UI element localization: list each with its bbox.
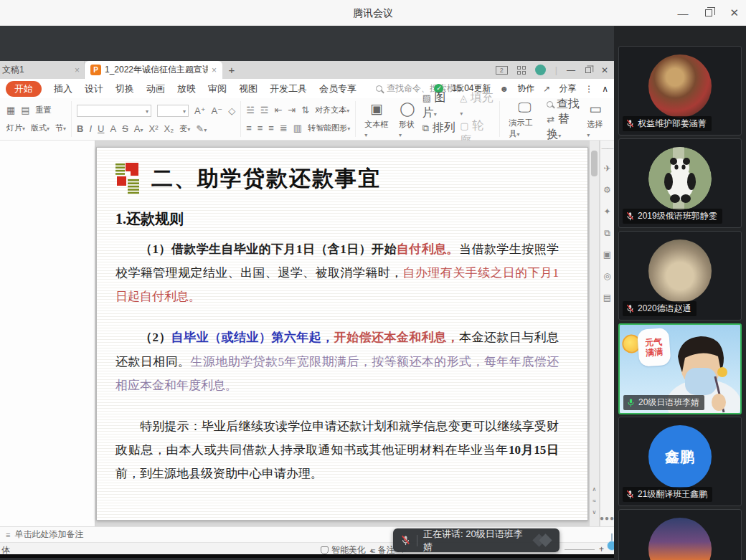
- menu-slideshow[interactable]: 放映: [177, 82, 196, 95]
- font-color-button[interactable]: A▾: [134, 124, 143, 133]
- reader-icon[interactable]: ▤: [603, 293, 611, 303]
- scrollbar-thumb[interactable]: [591, 151, 598, 176]
- layout-button[interactable]: 版式▾: [31, 123, 49, 133]
- minimize-icon[interactable]: —: [677, 7, 688, 19]
- new-slide-button[interactable]: 灯片▾: [6, 123, 25, 133]
- present-tools-button[interactable]: 🖵 演示工具▾: [505, 100, 544, 139]
- participant-tile[interactable]: 鑫鹏 21级翻译班王鑫鹏: [618, 417, 742, 506]
- next-slide-icon[interactable]: ∨: [590, 509, 599, 516]
- zoom-control[interactable]: +: [565, 544, 604, 554]
- ppt-file-icon: P: [90, 65, 101, 75]
- underline-button[interactable]: U: [98, 124, 104, 133]
- layout-icon[interactable]: ▤: [21, 105, 29, 115]
- vertical-scrollbar[interactable]: ∧ ≈ ∨: [590, 141, 599, 526]
- new-slide-icon[interactable]: ▦: [6, 105, 15, 115]
- font-size-select[interactable]: ▾: [157, 105, 189, 117]
- picture-button[interactable]: ▨ 图片▾: [422, 90, 457, 120]
- zoom-slider[interactable]: [565, 549, 595, 550]
- notes-placeholder: 单击此处添加备注: [14, 528, 83, 541]
- tab-ppt[interactable]: P 1_2022年诚信征信主题宣讲ppt ×: [85, 61, 222, 79]
- slide-thumbnail-panel[interactable]: [0, 141, 95, 526]
- wps-ribbon: ▦ ▤ 重置 灯片▾ 版式▾ 节▾ ▾ ▾ A⁺ A⁻ ◇: [0, 98, 614, 141]
- menu-view[interactable]: 视图: [239, 82, 258, 95]
- menu-member[interactable]: 会员专享: [319, 82, 357, 95]
- justify-icon[interactable]: ≣: [280, 123, 288, 133]
- quick-tools-icon[interactable]: ✈: [603, 163, 610, 174]
- align-text-button[interactable]: 对齐文本▾: [315, 105, 349, 115]
- participant-tile[interactable]: 2020德语赵通: [618, 231, 742, 321]
- properties-icon[interactable]: ⚙: [603, 185, 611, 195]
- superscript-button[interactable]: X²: [148, 124, 158, 133]
- participants-sidebar: 权益维护部姜涵菁: [614, 26, 746, 560]
- more-menu-icon[interactable]: ⋮: [585, 84, 593, 94]
- menu-home[interactable]: 开始: [6, 81, 42, 97]
- shapes-button[interactable]: ◯ 形状▾: [395, 100, 420, 138]
- participant-tile[interactable]: 权益维护部姜涵菁: [618, 46, 742, 136]
- collaborate-button[interactable]: 协作: [517, 82, 534, 95]
- image-export-icon[interactable]: ▣: [603, 250, 611, 260]
- menu-devtools[interactable]: 开发工具: [270, 82, 307, 95]
- italic-button[interactable]: I: [89, 124, 92, 133]
- clear-format-icon[interactable]: ◇: [228, 106, 235, 115]
- decrease-font-icon[interactable]: A⁻: [212, 106, 223, 115]
- previous-slide-icon[interactable]: ∧: [590, 486, 599, 493]
- subscript-button[interactable]: X₂: [164, 124, 174, 133]
- highlight-button[interactable]: ✎▾: [196, 124, 207, 133]
- find-button[interactable]: 查找: [547, 97, 580, 112]
- smart-graphic-button[interactable]: 转智能图形▾: [308, 123, 350, 133]
- align-right-icon[interactable]: ≡: [268, 123, 274, 133]
- wps-close-icon[interactable]: ✕: [601, 65, 608, 75]
- replace-button[interactable]: ⇄ 替换▾: [547, 112, 580, 142]
- scroll-mark-icon[interactable]: ≈: [590, 498, 599, 504]
- menu-transition[interactable]: 切换: [115, 82, 134, 95]
- seal-icon[interactable]: ◎: [603, 271, 610, 281]
- columns-icon[interactable]: ▥: [293, 123, 302, 133]
- beautify-icon[interactable]: ✦: [603, 207, 610, 217]
- case-button[interactable]: 变▾: [179, 123, 190, 134]
- close-icon[interactable]: ✕: [730, 6, 739, 19]
- rail-handle-icon[interactable]: ——: [602, 145, 613, 152]
- participant-tile-speaking[interactable]: 元气 满满 20级日语班李婧: [618, 323, 742, 414]
- font-name-select[interactable]: ▾: [77, 105, 151, 117]
- bullets-icon[interactable]: ☱: [246, 105, 255, 115]
- new-tab-button[interactable]: +: [222, 61, 241, 79]
- textbox-button[interactable]: ▣ 文本框▾: [361, 100, 392, 138]
- participant-name: 2019级俄语班郭静雯: [638, 210, 717, 222]
- rail-more-icon[interactable]: ●●●: [600, 514, 615, 522]
- outdent-icon[interactable]: ⇤: [274, 105, 282, 115]
- wps-minimize-icon[interactable]: —: [567, 65, 575, 75]
- shadow-button[interactable]: A: [110, 124, 116, 133]
- participant-tile[interactable]: 2019级俄语班郭静雯: [618, 138, 742, 228]
- indent-icon[interactable]: ⇥: [288, 105, 296, 115]
- tab-close-icon[interactable]: ×: [75, 65, 80, 75]
- bold-button[interactable]: B: [77, 124, 83, 133]
- zoom-in-icon[interactable]: +: [599, 544, 604, 554]
- tab-document1[interactable]: 文稿1 ×: [0, 61, 85, 79]
- participant-tile[interactable]: [618, 509, 742, 560]
- collapse-ribbon-icon[interactable]: ∧: [602, 84, 608, 94]
- participant-name: 2020德语赵通: [638, 303, 691, 315]
- select-button[interactable]: ▭ 选择▾: [583, 100, 608, 138]
- numbering-icon[interactable]: ☲: [260, 105, 269, 115]
- menu-insert[interactable]: 插入: [54, 82, 72, 95]
- strikethrough-button[interactable]: S: [122, 124, 128, 133]
- slides-copy-icon[interactable]: ⧉: [604, 228, 610, 238]
- workspace-grid-icon[interactable]: [517, 66, 526, 75]
- menu-review[interactable]: 审阅: [208, 82, 227, 95]
- menu-animation[interactable]: 动画: [146, 82, 165, 95]
- reset-button[interactable]: 重置: [36, 105, 52, 115]
- menu-design[interactable]: 设计: [85, 82, 103, 95]
- slide-canvas[interactable]: 二、助学贷款还款事宜 1.还款规则 （1）借款学生自毕业的下月1日（含1日）开始…: [96, 147, 588, 521]
- increase-font-icon[interactable]: A⁺: [194, 106, 206, 115]
- multi-window-icon[interactable]: 2: [496, 66, 508, 75]
- share-button[interactable]: 分享: [559, 82, 576, 95]
- tab-close-icon[interactable]: ×: [212, 65, 217, 75]
- wps-restore-icon[interactable]: [585, 67, 591, 73]
- align-left-icon[interactable]: ≡: [246, 123, 252, 133]
- section-button[interactable]: 节▾: [55, 123, 66, 133]
- shared-screen-background: [0, 26, 614, 61]
- account-avatar[interactable]: [535, 65, 546, 75]
- restore-icon[interactable]: [705, 9, 712, 16]
- align-center-icon[interactable]: ≡: [258, 123, 263, 133]
- line-spacing-icon[interactable]: ⇅: [301, 105, 309, 115]
